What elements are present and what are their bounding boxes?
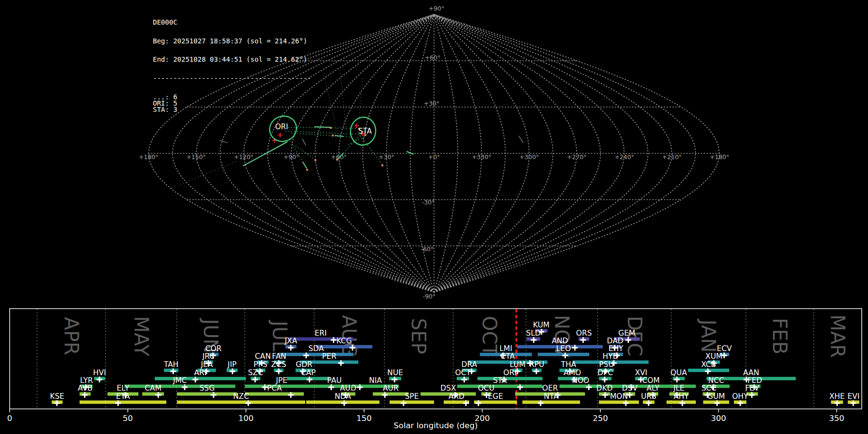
shower-bar-AUR (373, 393, 408, 396)
shower-label-JLE: JLE (673, 384, 684, 393)
ecliptic-longitude-label: +90° (284, 153, 299, 161)
axis-tick-label: 300 (711, 414, 726, 423)
shower-label-EGE: EGE (488, 392, 503, 401)
trail-endpoint-dot (332, 135, 334, 136)
shower-bar-ARI (155, 377, 246, 380)
ecliptic-longitude-label: +330° (472, 153, 491, 161)
ecliptic-longitude-label: +180° (139, 153, 159, 161)
shower-label-HVI: HVI (93, 368, 106, 377)
shower-label-JXA: JXA (284, 337, 297, 345)
shower-label-OHY: OHY (732, 392, 748, 401)
shower-label-ARI: ARI (194, 368, 206, 377)
shower-label-LEO: LEO (556, 344, 571, 353)
shower-label-URS: URS (641, 392, 656, 401)
shower-label-CAN: CAN (255, 352, 271, 361)
trail-endpoint-dot (336, 159, 338, 161)
shower-bar-SPE (390, 401, 434, 404)
shower-bar-JMC (124, 385, 235, 388)
shower-bar-ETA (80, 401, 166, 404)
ecliptic-longitude-label: +150° (186, 153, 206, 161)
month-label-AUG: AUG (338, 315, 360, 357)
month-label-MAR: MAR (827, 314, 849, 358)
shower-label-KCG: KCG (337, 337, 352, 345)
shower-label-TAH: TAH (163, 360, 179, 369)
shower-label-ARD: ARD (448, 392, 464, 401)
shower-bar-MON (599, 401, 639, 404)
shower-bar-ORI (477, 377, 542, 380)
shower-label-RPU: RPU (529, 360, 544, 369)
radiant-label-ORI: ORI (275, 122, 288, 131)
meteor-segment (335, 136, 343, 136)
shower-label-AVB: AVB (78, 384, 93, 393)
shower-label-JEA: JEA (200, 360, 213, 369)
ecliptic-latitude-label: -60° (421, 245, 434, 253)
sporadic-meteor-segment (519, 136, 523, 143)
trail-endpoint-dot (306, 169, 308, 171)
shower-label-JIP: JIP (227, 360, 237, 369)
shower-label-SCC: SCC (701, 384, 716, 393)
visualization-canvas: +180°+150°+120°+90°+60°+30°+0°+330°+300°… (0, 0, 868, 434)
trail-endpoint-dot (314, 159, 316, 161)
shower-label-ORS: ORS (576, 329, 592, 338)
shower-label-CAP: CAP (301, 368, 316, 377)
shower-label-HYD: HYD (603, 352, 619, 361)
shower-label-XHE: XHE (829, 392, 845, 401)
shower-label-NZC: NZC (233, 392, 249, 401)
shower-label-DSV: DSV (622, 384, 638, 393)
shower-label-MON: MON (610, 392, 628, 401)
shower-label-KSE: KSE (50, 392, 65, 401)
shower-label-EVI: EVI (848, 392, 860, 401)
shower-label-LUM: LUM (510, 360, 526, 369)
month-label-APR: APR (60, 317, 82, 355)
meteor-trail (285, 131, 365, 135)
ecliptic-longitude-label: +270° (567, 153, 587, 161)
shower-label-AHY: AHY (674, 392, 689, 401)
shower-bar-NTA (522, 401, 580, 404)
meteor-segment (314, 127, 330, 127)
shower-label-AUR: AUR (383, 384, 399, 393)
shower-bar-PCA (245, 393, 304, 396)
shower-label-NTA: NTA (544, 392, 559, 401)
shower-bar-KCG (316, 345, 372, 349)
shower-label-CTA: CTA (501, 352, 515, 361)
shower-label-ETA: ETA (116, 392, 130, 401)
shower-label-SPE: SPE (405, 392, 419, 401)
shower-label-STA: STA (493, 376, 507, 385)
shower-label-KUM: KUM (533, 321, 549, 329)
shower-bar-NZC (177, 401, 305, 404)
shower-label-XUM: XUM (705, 352, 722, 361)
shower-label-GDR: GDR (296, 360, 312, 369)
meteor-segment (303, 162, 307, 168)
shower-label-PER: PER (322, 352, 337, 361)
shower-label-FAN: FAN (272, 352, 286, 361)
meteor-mark (278, 133, 283, 137)
shower-label-ELY: ELY (117, 384, 129, 393)
shower-bar-NOO (559, 385, 602, 388)
ecliptic-longitude-label: +300° (519, 153, 539, 161)
month-label-MAY: MAY (130, 316, 152, 356)
shower-label-NIA: NIA (369, 376, 382, 385)
shower-label-OER: OER (542, 384, 558, 393)
shower-label-CAM: CAM (145, 384, 162, 393)
ecliptic-longitude-label: +180° (710, 153, 730, 161)
shower-bar-STA (457, 385, 542, 388)
shower-label-NUE: NUE (387, 368, 403, 377)
ecliptic-longitude-label: +0° (428, 153, 440, 161)
shower-label-JRC: JRC (202, 352, 215, 361)
sporadic-meteor-trail (340, 73, 346, 131)
shower-label-ERI: ERI (315, 329, 327, 338)
axis-tick-label: 350 (829, 414, 844, 423)
trail-endpoint-dot (381, 164, 383, 166)
month-label-FEB: FEB (769, 318, 791, 354)
shower-label-NDA: NDA (335, 392, 351, 401)
sporadic-meteor-segment (219, 140, 228, 143)
shower-label-OCT: OCT (455, 368, 471, 377)
shower-label-DSX: DSX (440, 384, 456, 393)
shower-label-PCA: PCA (267, 384, 282, 393)
shower-label-DPC: DPC (597, 368, 613, 377)
ecliptic-latitude-label: +90° (429, 5, 445, 12)
ecliptic-latitude-label: -30° (422, 199, 435, 206)
shower-bar-SDA (279, 353, 353, 356)
shower-label-SLD: SLD (526, 329, 541, 338)
radiant-label-STA: STA (358, 127, 372, 136)
